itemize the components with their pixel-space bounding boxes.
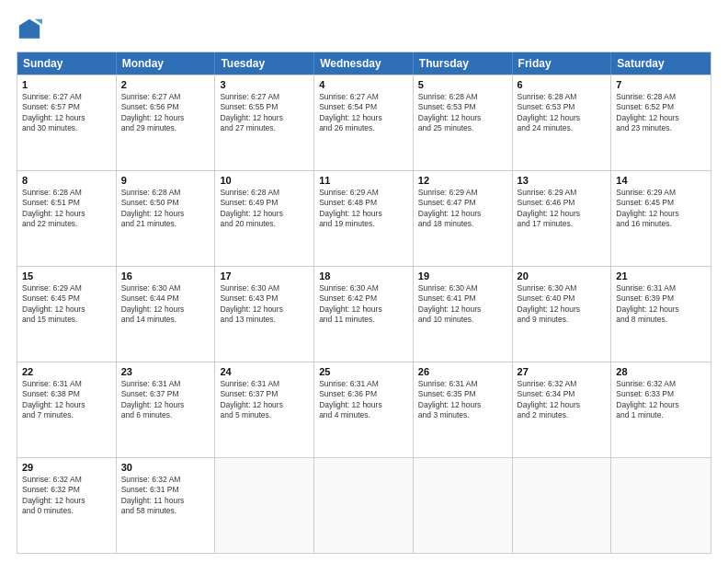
calendar-cell: 15Sunrise: 6:29 AM Sunset: 6:45 PM Dayli… <box>17 267 117 362</box>
calendar-cell: 1Sunrise: 6:27 AM Sunset: 6:57 PM Daylig… <box>17 75 117 170</box>
calendar-cell: 25Sunrise: 6:31 AM Sunset: 6:36 PM Dayli… <box>314 362 414 457</box>
day-number: 24 <box>220 366 309 377</box>
header-day-tuesday: Tuesday <box>215 52 314 75</box>
day-info: Sunrise: 6:30 AM Sunset: 6:41 PM Dayligh… <box>418 283 507 326</box>
calendar-cell: 4Sunrise: 6:27 AM Sunset: 6:54 PM Daylig… <box>314 75 414 170</box>
calendar-row: 8Sunrise: 6:28 AM Sunset: 6:51 PM Daylig… <box>17 170 711 266</box>
day-number: 20 <box>518 270 607 282</box>
day-info: Sunrise: 6:27 AM Sunset: 6:54 PM Dayligh… <box>319 92 408 134</box>
day-info: Sunrise: 6:28 AM Sunset: 6:52 PM Dayligh… <box>616 92 706 134</box>
day-info: Sunrise: 6:32 AM Sunset: 6:34 PM Dayligh… <box>518 379 607 421</box>
calendar-cell: 29Sunrise: 6:32 AM Sunset: 6:32 PM Dayli… <box>17 458 117 553</box>
day-info: Sunrise: 6:28 AM Sunset: 6:49 PM Dayligh… <box>220 188 309 230</box>
day-number: 27 <box>518 366 607 377</box>
day-info: Sunrise: 6:27 AM Sunset: 6:57 PM Dayligh… <box>22 92 111 134</box>
day-info: Sunrise: 6:31 AM Sunset: 6:36 PM Dayligh… <box>319 379 408 421</box>
calendar-cell: 19Sunrise: 6:30 AM Sunset: 6:41 PM Dayli… <box>414 267 513 362</box>
day-info: Sunrise: 6:31 AM Sunset: 6:39 PM Dayligh… <box>616 283 706 326</box>
day-info: Sunrise: 6:31 AM Sunset: 6:37 PM Dayligh… <box>121 379 210 421</box>
day-number: 30 <box>121 462 210 473</box>
day-info: Sunrise: 6:28 AM Sunset: 6:51 PM Dayligh… <box>22 188 111 230</box>
day-info: Sunrise: 6:30 AM Sunset: 6:43 PM Dayligh… <box>220 283 309 326</box>
calendar-cell: 16Sunrise: 6:30 AM Sunset: 6:44 PM Dayli… <box>117 267 216 362</box>
header-day-thursday: Thursday <box>414 52 513 75</box>
calendar-row: 15Sunrise: 6:29 AM Sunset: 6:45 PM Dayli… <box>17 266 711 362</box>
day-info: Sunrise: 6:30 AM Sunset: 6:42 PM Dayligh… <box>319 283 408 326</box>
day-number: 6 <box>518 79 607 90</box>
day-number: 9 <box>121 175 210 186</box>
calendar-cell <box>513 458 612 553</box>
day-number: 2 <box>121 79 210 90</box>
calendar-cell: 21Sunrise: 6:31 AM Sunset: 6:39 PM Dayli… <box>611 267 711 362</box>
logo-icon <box>17 17 42 42</box>
day-number: 18 <box>319 270 408 282</box>
page: SundayMondayTuesdayWednesdayThursdayFrid… <box>0 0 728 563</box>
header-day-sunday: Sunday <box>17 52 117 75</box>
calendar-cell <box>215 458 314 553</box>
calendar-cell: 6Sunrise: 6:28 AM Sunset: 6:53 PM Daylig… <box>513 75 612 170</box>
calendar-cell: 9Sunrise: 6:28 AM Sunset: 6:50 PM Daylig… <box>117 171 216 266</box>
day-number: 5 <box>418 79 507 90</box>
calendar-cell <box>414 458 513 553</box>
day-info: Sunrise: 6:29 AM Sunset: 6:46 PM Dayligh… <box>518 188 607 230</box>
day-number: 19 <box>418 270 507 282</box>
calendar-row: 29Sunrise: 6:32 AM Sunset: 6:32 PM Dayli… <box>17 457 711 553</box>
calendar-cell: 26Sunrise: 6:31 AM Sunset: 6:35 PM Dayli… <box>414 362 513 457</box>
day-info: Sunrise: 6:29 AM Sunset: 6:48 PM Dayligh… <box>319 188 408 230</box>
calendar-cell: 20Sunrise: 6:30 AM Sunset: 6:40 PM Dayli… <box>513 267 612 362</box>
day-number: 26 <box>418 366 507 377</box>
calendar-row: 1Sunrise: 6:27 AM Sunset: 6:57 PM Daylig… <box>17 75 711 170</box>
calendar-cell: 5Sunrise: 6:28 AM Sunset: 6:53 PM Daylig… <box>414 75 513 170</box>
day-info: Sunrise: 6:29 AM Sunset: 6:47 PM Dayligh… <box>418 188 507 230</box>
calendar-row: 22Sunrise: 6:31 AM Sunset: 6:38 PM Dayli… <box>17 362 711 457</box>
day-number: 28 <box>616 366 706 377</box>
day-info: Sunrise: 6:29 AM Sunset: 6:45 PM Dayligh… <box>22 283 111 326</box>
logo <box>17 17 46 42</box>
calendar-cell: 7Sunrise: 6:28 AM Sunset: 6:52 PM Daylig… <box>611 75 711 170</box>
day-number: 3 <box>220 79 309 90</box>
day-number: 29 <box>22 462 111 473</box>
calendar-cell <box>314 458 414 553</box>
day-number: 21 <box>616 270 706 282</box>
header-day-friday: Friday <box>513 52 612 75</box>
calendar-cell: 14Sunrise: 6:29 AM Sunset: 6:45 PM Dayli… <box>611 171 711 266</box>
day-number: 23 <box>121 366 210 377</box>
header-day-wednesday: Wednesday <box>314 52 414 75</box>
calendar-cell: 13Sunrise: 6:29 AM Sunset: 6:46 PM Dayli… <box>513 171 612 266</box>
day-number: 16 <box>121 270 210 282</box>
calendar-cell: 30Sunrise: 6:32 AM Sunset: 6:31 PM Dayli… <box>117 458 216 553</box>
calendar-cell: 2Sunrise: 6:27 AM Sunset: 6:56 PM Daylig… <box>117 75 216 170</box>
header <box>17 17 711 42</box>
day-info: Sunrise: 6:31 AM Sunset: 6:37 PM Dayligh… <box>220 379 309 421</box>
calendar-cell: 11Sunrise: 6:29 AM Sunset: 6:48 PM Dayli… <box>314 171 414 266</box>
day-number: 11 <box>319 175 408 186</box>
calendar-cell <box>611 458 711 553</box>
day-number: 15 <box>22 270 111 282</box>
header-day-monday: Monday <box>117 52 216 75</box>
day-number: 4 <box>319 79 408 90</box>
day-info: Sunrise: 6:31 AM Sunset: 6:38 PM Dayligh… <box>22 379 111 421</box>
day-number: 22 <box>22 366 111 377</box>
day-number: 25 <box>319 366 408 377</box>
day-info: Sunrise: 6:30 AM Sunset: 6:44 PM Dayligh… <box>121 283 210 326</box>
day-info: Sunrise: 6:28 AM Sunset: 6:50 PM Dayligh… <box>121 188 210 230</box>
day-info: Sunrise: 6:28 AM Sunset: 6:53 PM Dayligh… <box>418 92 507 134</box>
calendar-cell: 27Sunrise: 6:32 AM Sunset: 6:34 PM Dayli… <box>513 362 612 457</box>
calendar-cell: 3Sunrise: 6:27 AM Sunset: 6:55 PM Daylig… <box>215 75 314 170</box>
calendar-cell: 10Sunrise: 6:28 AM Sunset: 6:49 PM Dayli… <box>215 171 314 266</box>
day-number: 8 <box>22 175 111 186</box>
calendar-cell: 23Sunrise: 6:31 AM Sunset: 6:37 PM Dayli… <box>117 362 216 457</box>
calendar: SundayMondayTuesdayWednesdayThursdayFrid… <box>17 52 711 554</box>
calendar-cell: 24Sunrise: 6:31 AM Sunset: 6:37 PM Dayli… <box>215 362 314 457</box>
calendar-cell: 22Sunrise: 6:31 AM Sunset: 6:38 PM Dayli… <box>17 362 117 457</box>
calendar-body: 1Sunrise: 6:27 AM Sunset: 6:57 PM Daylig… <box>17 75 711 553</box>
calendar-cell: 28Sunrise: 6:32 AM Sunset: 6:33 PM Dayli… <box>611 362 711 457</box>
day-info: Sunrise: 6:27 AM Sunset: 6:56 PM Dayligh… <box>121 92 210 134</box>
day-info: Sunrise: 6:27 AM Sunset: 6:55 PM Dayligh… <box>220 92 309 134</box>
day-number: 14 <box>616 175 706 186</box>
calendar-cell: 12Sunrise: 6:29 AM Sunset: 6:47 PM Dayli… <box>414 171 513 266</box>
day-number: 1 <box>22 79 111 90</box>
header-day-saturday: Saturday <box>611 52 711 75</box>
day-info: Sunrise: 6:32 AM Sunset: 6:33 PM Dayligh… <box>616 379 706 421</box>
day-info: Sunrise: 6:32 AM Sunset: 6:32 PM Dayligh… <box>22 475 111 517</box>
